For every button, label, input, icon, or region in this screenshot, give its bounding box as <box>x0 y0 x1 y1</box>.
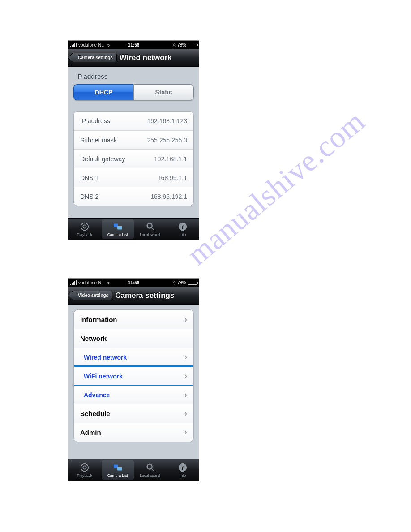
nav-bar: Camera settings Wired network <box>68 49 199 67</box>
svg-point-8 <box>81 463 89 471</box>
chevron-right-icon: › <box>184 390 187 399</box>
tab-info[interactable]: i Info <box>167 219 199 240</box>
segment-static[interactable]: Static <box>133 84 194 100</box>
row-value: 255.255.255.0 <box>147 137 187 144</box>
svg-text:i: i <box>182 223 184 230</box>
row-label: DNS 2 <box>80 193 98 200</box>
search-icon <box>146 222 155 232</box>
tab-playback[interactable]: Playback <box>68 219 101 240</box>
bluetooth-icon <box>172 280 176 285</box>
row-label: Admin <box>80 429 101 436</box>
back-button[interactable]: Camera settings <box>71 53 117 62</box>
tab-label: Local search <box>140 232 161 237</box>
chevron-right-icon: › <box>184 371 187 381</box>
svg-point-12 <box>147 464 152 469</box>
status-bar: vodafone NL 11:56 78% <box>68 279 199 287</box>
row-label: Advance <box>80 391 110 399</box>
content-area: IP address DHCP Static IP address 192.16… <box>68 67 199 211</box>
page-title: Wired network <box>120 53 172 62</box>
row-label: Information <box>80 316 117 323</box>
row-label: Subnet mask <box>80 137 117 144</box>
page-title: Camera settings <box>115 291 174 300</box>
row-wifi-network[interactable]: WiFi network › <box>74 366 193 385</box>
row-ip-address[interactable]: IP address 192.168.1.123 <box>74 112 193 130</box>
clock-label: 11:56 <box>128 43 140 47</box>
content-area: Information › Network Wired network › Wi… <box>68 305 199 442</box>
bluetooth-icon <box>172 43 176 47</box>
row-information[interactable]: Information › <box>74 310 193 329</box>
row-label: Wired network <box>80 354 127 361</box>
playback-icon <box>80 463 90 472</box>
status-bar: vodafone NL 11:56 78% <box>68 41 199 49</box>
tab-label: Playback <box>77 232 93 237</box>
row-label: Schedule <box>80 410 110 417</box>
chevron-right-icon: › <box>184 352 187 362</box>
svg-rect-3 <box>117 226 122 229</box>
svg-point-0 <box>81 223 89 230</box>
tab-bar: Playback Camera List Local search i Info <box>68 218 199 240</box>
ip-details-list: IP address 192.168.1.123 Subnet mask 255… <box>73 111 194 206</box>
row-label: DNS 1 <box>80 174 98 181</box>
row-network-header: Network <box>74 329 193 348</box>
back-button[interactable]: Video settings <box>71 291 112 300</box>
tab-label: Info <box>180 232 186 237</box>
ip-mode-segmented: DHCP Static <box>73 84 194 100</box>
tab-local-search[interactable]: Local search <box>135 219 167 240</box>
tab-info[interactable]: i Info <box>167 459 199 481</box>
svg-text:i: i <box>182 464 184 471</box>
nav-bar: Video settings Camera settings <box>68 287 199 305</box>
battery-percent: 78% <box>177 280 186 285</box>
section-header-ip: IP address <box>76 73 194 80</box>
wifi-icon <box>106 281 111 285</box>
row-dns-1[interactable]: DNS 1 168.95.1.1 <box>74 168 193 187</box>
battery-icon <box>188 43 197 47</box>
tab-camera-list[interactable]: Camera List <box>102 219 134 239</box>
row-label: Network <box>80 335 107 342</box>
settings-list: Information › Network Wired network › Wi… <box>73 309 194 442</box>
signal-bars-icon <box>70 280 77 285</box>
tab-local-search[interactable]: Local search <box>135 459 167 481</box>
svg-point-1 <box>83 225 86 228</box>
tab-playback[interactable]: Playback <box>68 459 101 481</box>
row-default-gateway[interactable]: Default gateway 192.168.1.1 <box>74 149 193 168</box>
camera-list-icon <box>113 463 123 472</box>
chevron-right-icon: › <box>184 428 187 437</box>
svg-line-5 <box>152 227 154 230</box>
battery-percent: 78% <box>177 43 186 47</box>
carrier-label: vodafone NL <box>78 43 104 47</box>
row-schedule[interactable]: Schedule › <box>74 404 193 423</box>
svg-line-13 <box>152 468 154 471</box>
tab-bar: Playback Camera List Local search i Info <box>68 459 199 481</box>
row-value: 168.95.1.1 <box>158 174 187 181</box>
tab-camera-list[interactable]: Camera List <box>102 460 134 480</box>
tab-label: Camera List <box>107 232 128 237</box>
screenshot-camera-settings: vodafone NL 11:56 78% Video settings Cam… <box>68 279 199 481</box>
row-label: WiFi network <box>80 373 123 380</box>
chevron-right-icon: › <box>184 315 187 324</box>
tab-label: Camera List <box>107 473 128 478</box>
row-subnet-mask[interactable]: Subnet mask 255.255.255.0 <box>74 130 193 149</box>
tab-label: Local search <box>140 473 161 478</box>
tab-label: Playback <box>77 473 93 478</box>
row-value: 192.168.1.1 <box>154 155 187 163</box>
camera-list-icon <box>113 222 123 232</box>
row-dns-2[interactable]: DNS 2 168.95.192.1 <box>74 187 193 206</box>
row-value: 192.168.1.123 <box>147 117 187 124</box>
row-label: Default gateway <box>80 155 125 163</box>
playback-icon <box>80 222 90 232</box>
info-icon: i <box>178 463 188 472</box>
battery-icon <box>188 281 197 285</box>
row-advance[interactable]: Advance › <box>74 385 193 404</box>
watermark-text: manualshive.com <box>180 103 372 272</box>
row-wired-network[interactable]: Wired network › <box>74 348 193 366</box>
carrier-label: vodafone NL <box>78 280 104 285</box>
tab-label: Info <box>180 473 186 478</box>
clock-label: 11:56 <box>128 280 140 285</box>
row-label: IP address <box>80 117 110 124</box>
screenshot-wired-network: vodafone NL 11:56 78% Camera settings Wi… <box>68 41 199 240</box>
info-icon: i <box>178 222 188 232</box>
row-admin[interactable]: Admin › <box>74 423 193 442</box>
search-icon <box>146 463 155 472</box>
segment-dhcp[interactable]: DHCP <box>73 84 133 100</box>
svg-point-4 <box>147 223 152 228</box>
